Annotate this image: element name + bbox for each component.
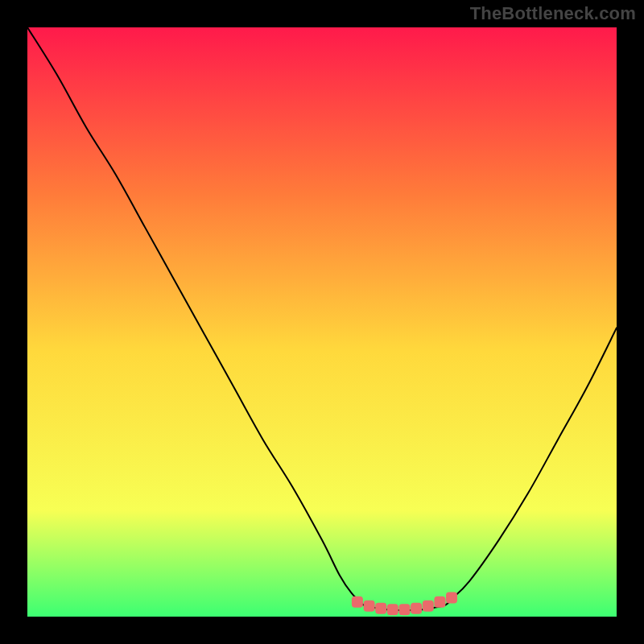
highlight-marker bbox=[423, 601, 434, 612]
highlight-marker bbox=[434, 597, 445, 608]
chart-frame: TheBottleneck.com bbox=[0, 0, 644, 644]
highlight-marker bbox=[352, 597, 363, 608]
watermark-text: TheBottleneck.com bbox=[470, 3, 636, 24]
highlight-marker bbox=[375, 603, 386, 614]
highlight-marker bbox=[364, 601, 375, 612]
gradient-background bbox=[27, 27, 617, 617]
highlight-marker bbox=[399, 604, 411, 615]
highlight-marker bbox=[411, 603, 422, 614]
highlight-marker bbox=[387, 604, 398, 615]
bottleneck-chart bbox=[27, 27, 617, 617]
highlight-marker bbox=[446, 592, 457, 604]
